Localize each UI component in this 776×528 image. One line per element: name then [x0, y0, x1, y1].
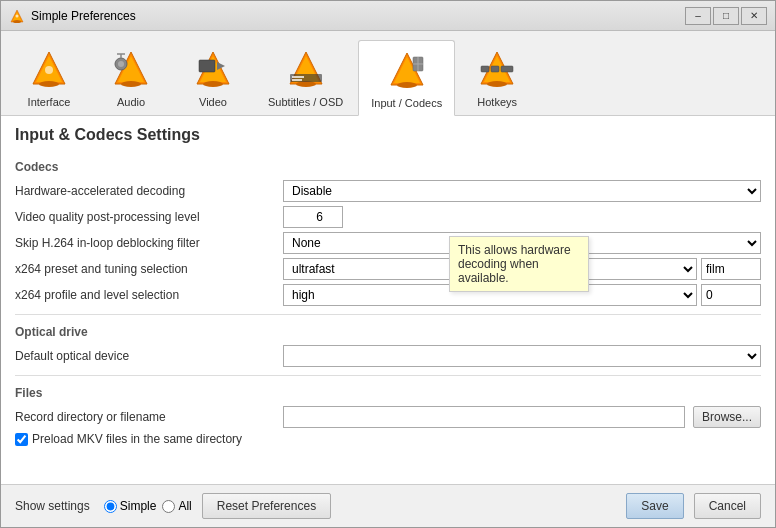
svg-point-6: [39, 81, 59, 87]
optical-device-select[interactable]: [283, 345, 761, 367]
tooltip-text: This allows hardware decoding when avail…: [458, 243, 571, 285]
radio-simple[interactable]: [104, 500, 117, 513]
maximize-button[interactable]: □: [713, 7, 739, 25]
x264-preset-label: x264 preset and tuning selection: [15, 259, 275, 279]
optical-device-row: Default optical device: [15, 345, 761, 367]
skip-h264-row: Skip H.264 in-loop deblocking filter Non…: [15, 232, 761, 254]
minimize-button[interactable]: –: [685, 7, 711, 25]
tab-subtitles-label: Subtitles / OSD: [268, 96, 343, 108]
codecs-section-label: Codecs: [15, 160, 761, 174]
video-icon: [189, 46, 237, 94]
tab-hotkeys-label: Hotkeys: [477, 96, 517, 108]
files-section-label: Files: [15, 386, 761, 400]
window-controls: – □ ✕: [685, 7, 767, 25]
x264-preset-row: x264 preset and tuning selection ultrafa…: [15, 258, 761, 280]
show-settings-label: Show settings: [15, 499, 90, 513]
svg-point-34: [487, 81, 507, 87]
interface-icon: [25, 46, 73, 94]
hotkeys-icon: [473, 46, 521, 94]
preload-mkv-checkbox[interactable]: [15, 433, 28, 446]
window-title: Simple Preferences: [31, 9, 685, 23]
x264-profile-label: x264 profile and level selection: [15, 285, 275, 305]
cancel-button[interactable]: Cancel: [694, 493, 761, 519]
subtitles-icon: [282, 46, 330, 94]
radio-group: Simple All: [104, 499, 192, 513]
hw-decoding-label: Hardware-accelerated decoding: [15, 181, 275, 201]
bottom-bar: Show settings Simple All Reset Preferenc…: [1, 484, 775, 527]
scroll-area[interactable]: Codecs Hardware-accelerated decoding Dis…: [1, 150, 775, 484]
svg-rect-36: [491, 66, 499, 72]
preload-mkv-text: Preload MKV files in the same directory: [32, 432, 242, 446]
radio-simple-text: Simple: [120, 499, 157, 513]
svg-rect-35: [481, 66, 489, 72]
svg-rect-18: [199, 60, 215, 72]
svg-point-28: [397, 82, 417, 88]
radio-all-text: All: [178, 499, 191, 513]
svg-point-12: [118, 61, 124, 67]
radio-all-label[interactable]: All: [162, 499, 191, 513]
optical-section-label: Optical drive: [15, 325, 761, 339]
svg-rect-23: [290, 74, 322, 82]
browse-button[interactable]: Browse...: [693, 406, 761, 428]
close-button[interactable]: ✕: [741, 7, 767, 25]
tab-video[interactable]: Video: [173, 39, 253, 115]
tooltip: This allows hardware decoding when avail…: [449, 236, 589, 292]
svg-point-2: [13, 20, 21, 23]
optical-device-label: Default optical device: [15, 346, 275, 366]
video-quality-input[interactable]: [283, 206, 343, 228]
preload-mkv-row: Preload MKV files in the same directory: [15, 432, 761, 446]
svg-rect-37: [501, 66, 513, 72]
optical-device-control: [283, 345, 761, 367]
record-dir-row: Record directory or filename Browse...: [15, 406, 761, 428]
svg-point-10: [121, 81, 141, 87]
x264-preset-text[interactable]: [701, 258, 761, 280]
tab-video-label: Video: [199, 96, 227, 108]
svg-point-17: [203, 81, 223, 87]
svg-point-3: [16, 14, 19, 17]
tab-hotkeys[interactable]: Hotkeys: [457, 39, 537, 115]
audio-icon: [107, 46, 155, 94]
radio-simple-label[interactable]: Simple: [104, 499, 157, 513]
x264-profile-row: x264 profile and level selection baselin…: [15, 284, 761, 306]
record-dir-label: Record directory or filename: [15, 407, 275, 427]
tab-interface[interactable]: Interface: [9, 39, 89, 115]
tab-input-label: Input / Codecs: [371, 97, 442, 109]
video-quality-row: Video quality post-processing level: [15, 206, 761, 228]
tab-bar: Interface Audio: [1, 31, 775, 116]
content-area: Input & Codecs Settings Codecs Hardware-…: [1, 116, 775, 484]
radio-all[interactable]: [162, 500, 175, 513]
svg-point-7: [45, 66, 53, 74]
app-icon: [9, 8, 25, 24]
preload-mkv-label[interactable]: Preload MKV files in the same directory: [15, 432, 761, 446]
input-icon: [383, 47, 431, 95]
tab-input[interactable]: Input / Codecs: [358, 40, 455, 116]
page-title: Input & Codecs Settings: [1, 116, 775, 150]
tab-interface-label: Interface: [28, 96, 71, 108]
tab-audio[interactable]: Audio: [91, 39, 171, 115]
reset-preferences-button[interactable]: Reset Preferences: [202, 493, 331, 519]
title-bar: Simple Preferences – □ ✕: [1, 1, 775, 31]
x264-profile-text[interactable]: [701, 284, 761, 306]
hw-decoding-select[interactable]: Disable Automatic DirectX video accelera…: [283, 180, 761, 202]
video-quality-label: Video quality post-processing level: [15, 207, 275, 227]
hw-decoding-control: Disable Automatic DirectX video accelera…: [283, 180, 761, 202]
skip-h264-label: Skip H.264 in-loop deblocking filter: [15, 233, 275, 253]
save-button[interactable]: Save: [626, 493, 683, 519]
video-quality-control: [283, 206, 761, 228]
tab-audio-label: Audio: [117, 96, 145, 108]
record-dir-input[interactable]: [283, 406, 685, 428]
hw-decoding-row: Hardware-accelerated decoding Disable Au…: [15, 180, 761, 202]
tab-subtitles[interactable]: Subtitles / OSD: [255, 39, 356, 115]
main-window: Simple Preferences – □ ✕ Interface: [0, 0, 776, 528]
